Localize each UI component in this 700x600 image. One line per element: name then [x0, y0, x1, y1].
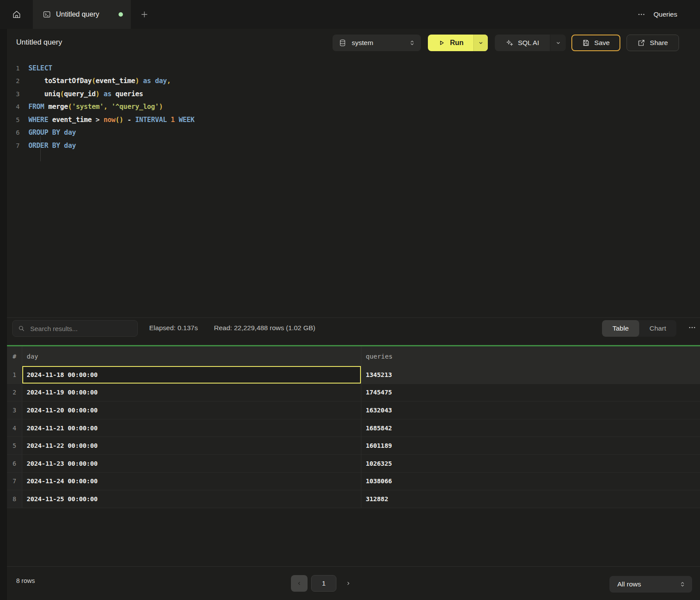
cell-day[interactable]: 2024-11-21 00:00:00 [22, 419, 361, 437]
line-number: 3 [7, 91, 21, 98]
left-rail [0, 29, 7, 600]
home-button[interactable] [0, 0, 33, 29]
row-number: 2 [7, 384, 22, 401]
row-count: 8 rows [16, 577, 35, 584]
updown-chevron-icon [409, 39, 416, 46]
line-number: 1 [7, 65, 21, 72]
code-line[interactable]: 3 uniq(query_id) as queries [7, 87, 700, 101]
sparkles-icon [506, 39, 514, 47]
cell-day[interactable]: 2024-11-23 00:00:00 [22, 455, 361, 472]
page-number-button[interactable]: 1 [311, 575, 336, 592]
code-text: SELECT [21, 64, 52, 72]
chevron-down-icon [555, 40, 561, 46]
cell-day[interactable]: 2024-11-24 00:00:00 [22, 473, 361, 490]
elapsed-stat: Elapsed: 0.137s [149, 324, 198, 332]
cell-day[interactable]: 2024-11-19 00:00:00 [22, 384, 361, 401]
header-index: # [7, 346, 22, 366]
unsaved-dot [119, 12, 123, 17]
cell-queries[interactable]: 1026325 [361, 455, 700, 472]
queries-menu-button[interactable] [636, 11, 647, 17]
table-row[interactable]: 1 2024-11-18 00:00:00 1345213 [7, 366, 700, 384]
header-queries[interactable]: queries [361, 346, 700, 366]
sql-editor[interactable]: 1 SELECT 2 toStartOfDay(event_time) as d… [7, 61, 700, 317]
table-row[interactable]: 2 2024-11-19 00:00:00 1745475 [7, 384, 700, 402]
tab-untitled-query[interactable]: Untitled query [33, 0, 131, 29]
run-options-button[interactable] [473, 35, 488, 51]
page-size-select[interactable]: All rows [609, 576, 692, 593]
tab-table-view[interactable]: Table [602, 320, 639, 337]
cell-day[interactable]: 2024-11-18 00:00:00 [22, 366, 361, 384]
cell-day[interactable]: 2024-11-22 00:00:00 [22, 437, 361, 454]
table-row[interactable]: 5 2024-11-22 00:00:00 1601189 [7, 437, 700, 455]
row-number: 8 [7, 490, 22, 508]
play-icon [438, 39, 445, 47]
code-line[interactable]: 7 ORDER BY day [7, 139, 700, 152]
grid-header: # day queries [7, 346, 700, 366]
page-title: Untitled query [16, 38, 62, 47]
tab-chart-view[interactable]: Chart [639, 320, 676, 337]
code-line[interactable]: 4 FROM merge('system', '^query_log') [7, 101, 700, 114]
header-day[interactable]: day [22, 346, 361, 366]
code-lines: 1 SELECT 2 toStartOfDay(event_time) as d… [7, 62, 700, 152]
row-number: 6 [7, 455, 22, 472]
sql-ai-button[interactable]: SQL AI [495, 35, 550, 51]
database-select-value: system [352, 39, 409, 47]
search-results-input[interactable] [12, 320, 138, 337]
code-text: GROUP BY day [21, 129, 76, 136]
results-menu-button[interactable] [686, 324, 698, 331]
save-button[interactable]: Save [571, 35, 620, 51]
read-stat: Read: 22,229,488 rows (1.02 GB) [214, 324, 315, 332]
new-tab-button[interactable] [131, 0, 158, 29]
cell-queries[interactable]: 1345213 [361, 366, 700, 384]
run-button[interactable]: Run [428, 35, 473, 51]
row-number: 5 [7, 437, 22, 454]
next-page-button[interactable] [342, 575, 355, 592]
table-row[interactable]: 7 2024-11-24 00:00:00 1038066 [7, 473, 700, 491]
row-number: 1 [7, 366, 22, 384]
save-icon [582, 39, 590, 47]
prev-page-button[interactable] [291, 575, 308, 592]
cell-queries[interactable]: 1038066 [361, 473, 700, 490]
code-text: ORDER BY day [21, 142, 76, 150]
terminal-icon [42, 10, 51, 19]
table-row[interactable]: 6 2024-11-23 00:00:00 1026325 [7, 455, 700, 473]
code-line[interactable]: 1 SELECT [7, 62, 700, 75]
run-label: Run [450, 39, 463, 47]
cell-queries[interactable]: 1685842 [361, 419, 700, 437]
table-row[interactable]: 3 2024-11-20 00:00:00 1632043 [7, 401, 700, 419]
code-line[interactable]: 2 toStartOfDay(event_time) as day, [7, 75, 700, 88]
cell-day[interactable]: 2024-11-25 00:00:00 [22, 490, 361, 508]
share-button[interactable]: Share [626, 35, 679, 51]
updown-chevron-icon [679, 581, 686, 588]
queries-link[interactable]: Queries [654, 10, 677, 18]
table-row[interactable]: 4 2024-11-21 00:00:00 1685842 [7, 419, 700, 437]
home-icon [12, 10, 21, 19]
view-toggle: Table Chart [602, 320, 676, 337]
code-text: WHERE event_time > now() - INTERVAL 1 WE… [21, 116, 195, 124]
sql-console-window: Untitled query Queries Untitled query [0, 0, 700, 600]
results-grid: # day queries 1 2024-11-18 00:00:00 1345… [7, 346, 700, 508]
code-text: uniq(query_id) as queries [21, 90, 143, 98]
cell-queries[interactable]: 1632043 [361, 401, 700, 419]
cell-queries[interactable]: 1745475 [361, 384, 700, 401]
database-select[interactable]: system [332, 35, 421, 51]
row-number: 7 [7, 473, 22, 490]
share-label: Share [650, 39, 668, 47]
table-row[interactable]: 8 2024-11-25 00:00:00 312882 [7, 490, 700, 508]
indent-guide [40, 136, 41, 161]
cell-queries[interactable]: 1601189 [361, 437, 700, 454]
code-line[interactable]: 6 GROUP BY day [7, 126, 700, 140]
chevron-down-icon [478, 40, 484, 46]
page-size-value: All rows [617, 580, 679, 588]
line-number: 5 [7, 116, 21, 123]
sql-ai-label: SQL AI [518, 39, 539, 47]
cell-day[interactable]: 2024-11-20 00:00:00 [22, 401, 361, 419]
cell-queries[interactable]: 312882 [361, 490, 700, 508]
chevron-right-icon [345, 580, 351, 586]
row-number: 4 [7, 419, 22, 437]
chevron-left-icon [296, 580, 302, 586]
sql-ai-options-button[interactable] [550, 35, 566, 51]
grid-body: 1 2024-11-18 00:00:00 1345213 2 2024-11-… [7, 366, 700, 508]
code-line[interactable]: 5 WHERE event_time > now() - INTERVAL 1 … [7, 113, 700, 126]
code-text: FROM merge('system', '^query_log') [21, 103, 163, 111]
